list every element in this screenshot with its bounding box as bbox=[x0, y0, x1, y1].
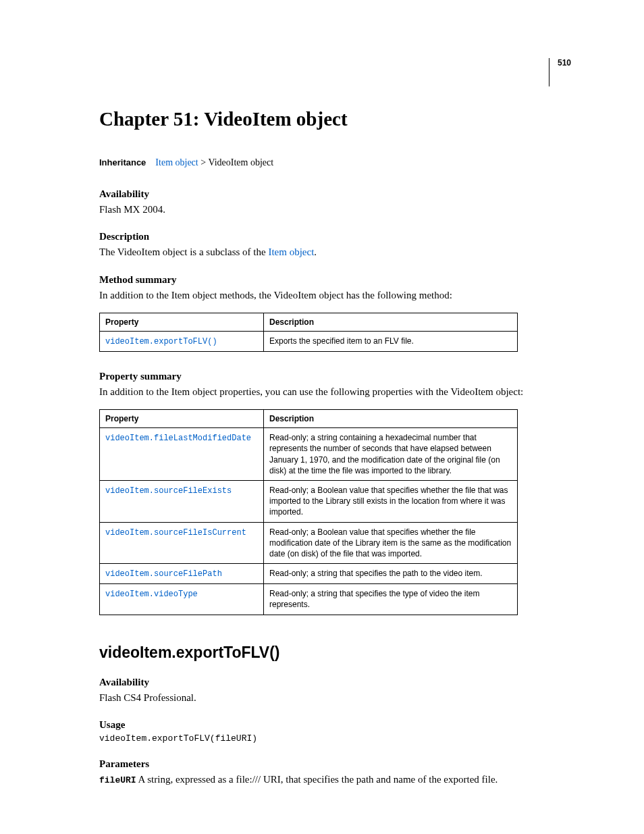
param-name: fileURI bbox=[99, 775, 136, 785]
method-detail-title: videoItem.exportToFLV() bbox=[99, 644, 571, 662]
method-link[interactable]: videoItem.exportToFLV() bbox=[105, 337, 217, 346]
table-row: videoItem.sourceFileExists Read-only; a … bbox=[100, 480, 518, 522]
inheritance-label: Inheritance bbox=[99, 157, 146, 167]
property-desc: Read-only; a string that specifies the t… bbox=[264, 584, 518, 615]
property-desc: Read-only; a Boolean value that specifie… bbox=[264, 522, 518, 564]
table-row: videoItem.sourceFilePath Read-only; a st… bbox=[100, 564, 518, 584]
method-table-header-description: Description bbox=[264, 313, 518, 331]
method-table-header-property: Property bbox=[100, 313, 264, 331]
method-availability-text: Flash CS4 Professional. bbox=[99, 691, 571, 704]
method-parameter-line: fileURI A string, expressed as a file://… bbox=[99, 773, 571, 787]
description-prefix: The VideoItem object is a subclass of th… bbox=[99, 246, 268, 257]
description-text: The VideoItem object is a subclass of th… bbox=[99, 245, 571, 259]
property-link[interactable]: videoItem.sourceFileIsCurrent bbox=[105, 528, 246, 538]
property-summary-heading: Property summary bbox=[99, 371, 571, 382]
availability-text: Flash MX 2004. bbox=[99, 203, 571, 216]
property-desc: Read-only; a Boolean value that specifie… bbox=[264, 480, 518, 522]
chapter-title: Chapter 51: VideoItem object bbox=[99, 108, 571, 130]
method-desc: Exports the specified item to an FLV fil… bbox=[264, 331, 518, 351]
inheritance-link[interactable]: Item object bbox=[155, 157, 198, 167]
property-summary-table: Property Description videoItem.fileLastM… bbox=[99, 409, 518, 615]
property-link[interactable]: videoItem.sourceFileExists bbox=[105, 486, 232, 496]
table-row: videoItem.videoType Read-only; a string … bbox=[100, 584, 518, 615]
param-text: A string, expressed as a file:/// URI, t… bbox=[136, 774, 498, 785]
method-usage-heading: Usage bbox=[99, 719, 571, 731]
availability-heading: Availability bbox=[99, 188, 571, 200]
property-desc: Read-only; a string that specifies the p… bbox=[264, 564, 518, 584]
description-suffix: . bbox=[314, 246, 317, 257]
inheritance-suffix: > VideoItem object bbox=[198, 157, 273, 167]
description-link[interactable]: Item object bbox=[268, 246, 314, 257]
property-link[interactable]: videoItem.videoType bbox=[105, 590, 198, 599]
method-availability-heading: Availability bbox=[99, 677, 571, 688]
method-usage-code: videoItem.exportToFLV(fileURI) bbox=[99, 733, 571, 744]
description-heading: Description bbox=[99, 231, 571, 242]
table-row: videoItem.sourceFileIsCurrent Read-only;… bbox=[100, 522, 518, 564]
property-link[interactable]: videoItem.fileLastModifiedDate bbox=[105, 434, 251, 443]
table-row: videoItem.exportToFLV() Exports the spec… bbox=[100, 331, 518, 351]
method-summary-intro: In addition to the Item object methods, … bbox=[99, 288, 571, 302]
page-number: 510 bbox=[549, 58, 571, 86]
property-link[interactable]: videoItem.sourceFilePath bbox=[105, 569, 222, 579]
property-desc: Read-only; a string containing a hexadec… bbox=[264, 428, 518, 481]
method-parameters-heading: Parameters bbox=[99, 758, 571, 770]
property-table-header-property: Property bbox=[100, 410, 264, 428]
property-table-header-description: Description bbox=[264, 410, 518, 428]
method-summary-heading: Method summary bbox=[99, 274, 571, 286]
property-summary-intro: In addition to the Item object propertie… bbox=[99, 385, 571, 398]
table-row: videoItem.fileLastModifiedDate Read-only… bbox=[100, 428, 518, 481]
inheritance-line: Inheritance Item object > VideoItem obje… bbox=[99, 157, 571, 168]
method-summary-table: Property Description videoItem.exportToF… bbox=[99, 313, 518, 352]
